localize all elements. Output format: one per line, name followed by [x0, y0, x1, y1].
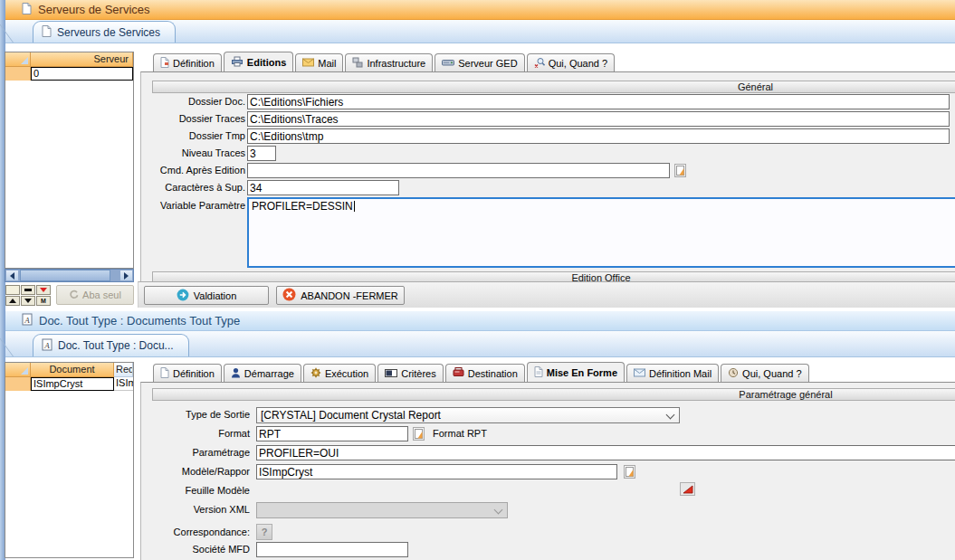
- dossier-doc-field[interactable]: [247, 94, 950, 109]
- cmd-browse-button[interactable]: [674, 164, 686, 177]
- societe-mfd-label: Société MFD: [150, 542, 250, 557]
- tab-label: Qui, Quand ?: [549, 58, 607, 69]
- document-a-icon: A: [42, 338, 53, 354]
- document-icon: [534, 366, 543, 379]
- tab-demarrage[interactable]: Démarrage: [224, 364, 301, 382]
- format-field[interactable]: [256, 426, 408, 441]
- grid-corner-select-all[interactable]: [5, 363, 31, 377]
- tab-qui-quand[interactable]: Qui, Quand ?: [527, 53, 615, 71]
- server-icon: [442, 58, 454, 69]
- validation-button-label: Valdiation: [194, 290, 237, 301]
- cell-requete-value[interactable]: ISImpE: [114, 377, 133, 391]
- tab-destination[interactable]: Destination: [445, 364, 525, 382]
- chevron-down-icon: [666, 411, 675, 420]
- tab-label: Définition: [173, 368, 215, 379]
- top-window-tab[interactable]: Serveurs de Services: [33, 21, 176, 43]
- top-window-tabstrip: Serveurs de Services: [5, 20, 955, 43]
- grid-horizontal-scrollbar[interactable]: [5, 269, 134, 282]
- record-edit-button[interactable]: [21, 285, 35, 295]
- table-row: ISImpCryst ISImpE: [5, 377, 133, 391]
- niveau-traces-field[interactable]: [247, 146, 276, 161]
- modele-rappor-label: Modèle/Rappor: [150, 464, 250, 479]
- top-window-titlebar: Serveurs de Services: [5, 0, 955, 20]
- dossier-traces-label: Dossier Traces: [150, 111, 245, 127]
- tab-definition[interactable]: Définition: [153, 53, 222, 71]
- cell-document-value[interactable]: ISImpCryst: [31, 377, 114, 391]
- tab-definition[interactable]: Définition: [153, 364, 222, 382]
- record-down-button[interactable]: [21, 296, 35, 306]
- column-header-serveur[interactable]: Serveur: [31, 52, 133, 67]
- cmd-apres-edition-field[interactable]: [247, 163, 670, 178]
- table-row: 0: [5, 67, 133, 81]
- browse-icon: [626, 467, 634, 477]
- format-browse-button[interactable]: [413, 427, 425, 441]
- grid-corner-select-all[interactable]: [5, 52, 31, 67]
- tab-execution[interactable]: Exécution: [303, 364, 376, 382]
- type-de-sortie-value: [CRYSTAL] Document Crystal Report: [261, 408, 441, 422]
- search-audit-icon: [534, 57, 545, 70]
- scroll-right-button[interactable]: [119, 270, 133, 281]
- cmd-apres-edition-label: Cmd. Après Edition: [150, 163, 245, 178]
- type-de-sortie-select[interactable]: [CRYSTAL] Document Crystal Report: [256, 407, 680, 423]
- record-delete-button[interactable]: [36, 285, 51, 295]
- tab-definition-mail[interactable]: Définition Mail: [626, 364, 719, 382]
- tab-infrastructure[interactable]: Infrastructure: [345, 53, 433, 71]
- scroll-left-button[interactable]: [5, 270, 19, 281]
- top-window-title: Serveurs de Services: [38, 3, 150, 16]
- caracteres-a-sup-field[interactable]: [247, 180, 399, 195]
- modele-browse-button[interactable]: [624, 465, 635, 479]
- destination-printer-icon: [453, 367, 464, 379]
- tab-mise-en-forme[interactable]: Mise En Forme: [527, 362, 625, 382]
- clock-icon: [728, 367, 739, 380]
- server-grid-header-row: Serveur: [5, 52, 133, 67]
- tab-mail[interactable]: Mail: [295, 53, 343, 71]
- text-caret: [354, 201, 355, 212]
- cell-serveur-value[interactable]: 0: [31, 67, 133, 81]
- tab-serveur-ged[interactable]: Serveur GED: [435, 53, 524, 71]
- scrollbar-track[interactable]: [110, 270, 119, 281]
- mail-icon: [302, 58, 314, 69]
- bottom-window-tabstrip: A Doc. Tout Type : Docu...: [5, 331, 955, 357]
- column-header-requete[interactable]: Requ: [114, 363, 133, 377]
- svg-text:A: A: [24, 315, 30, 324]
- version-xml-select[interactable]: [256, 502, 508, 518]
- tab-label: Mail: [318, 58, 336, 69]
- bottom-window-tab[interactable]: A Doc. Tout Type : Docu...: [33, 334, 189, 356]
- correspondance-help-button[interactable]: ?: [256, 524, 272, 540]
- record-insert-button[interactable]: [5, 285, 20, 295]
- modele-rappor-field[interactable]: [256, 464, 617, 479]
- dossier-tmp-label: Dossier Tmp: [150, 128, 245, 144]
- parametrage-label: Paramétrage: [150, 445, 250, 460]
- scrollbar-thumb[interactable]: [20, 270, 110, 281]
- tab-label: Destination: [468, 368, 518, 379]
- tab-label: Qui, Quand ?: [742, 368, 801, 379]
- tab-criteres[interactable]: Critères: [377, 364, 444, 382]
- abandon-fermer-button[interactable]: ABANDON -FERMER: [276, 286, 405, 305]
- bottom-window-tab-label: Doc. Tout Type : Docu...: [58, 339, 174, 352]
- server-grid: Serveur 0: [5, 52, 134, 269]
- tab-qui-quand[interactable]: Qui, Quand ?: [721, 364, 808, 382]
- dossier-tmp-field[interactable]: [247, 128, 950, 144]
- group-header-parametrage-general: Paramétrage général: [152, 388, 955, 401]
- record-last-button[interactable]: M: [36, 296, 51, 306]
- criteria-icon: [385, 368, 397, 379]
- red-wedge-icon: [683, 485, 693, 494]
- column-header-document[interactable]: Document: [31, 363, 114, 377]
- format-hint-text: Format RPT: [433, 426, 487, 441]
- tab-editions[interactable]: Editions: [224, 52, 293, 71]
- caracteres-a-sup-label: Caractères à Sup.: [150, 180, 245, 195]
- record-up-button[interactable]: [5, 296, 20, 306]
- bottom-window-title: Doc. Tout Type : Documents Tout Type: [39, 314, 240, 327]
- tab-label: Serveur GED: [458, 58, 517, 69]
- person-icon: [231, 367, 241, 380]
- format-label: Format: [150, 426, 250, 441]
- dossier-traces-field[interactable]: [247, 111, 950, 127]
- aba-seul-button[interactable]: Aba seul: [56, 285, 134, 305]
- validation-button[interactable]: Valdiation: [144, 286, 269, 305]
- tab-label: Critères: [401, 368, 436, 379]
- feuille-modele-edit-button[interactable]: [680, 482, 695, 496]
- parametrage-field[interactable]: [256, 445, 955, 460]
- tab-label: Exécution: [325, 368, 368, 379]
- societe-mfd-field[interactable]: [256, 542, 408, 557]
- variable-parametre-field[interactable]: PROFILER=DESSIN: [247, 197, 955, 268]
